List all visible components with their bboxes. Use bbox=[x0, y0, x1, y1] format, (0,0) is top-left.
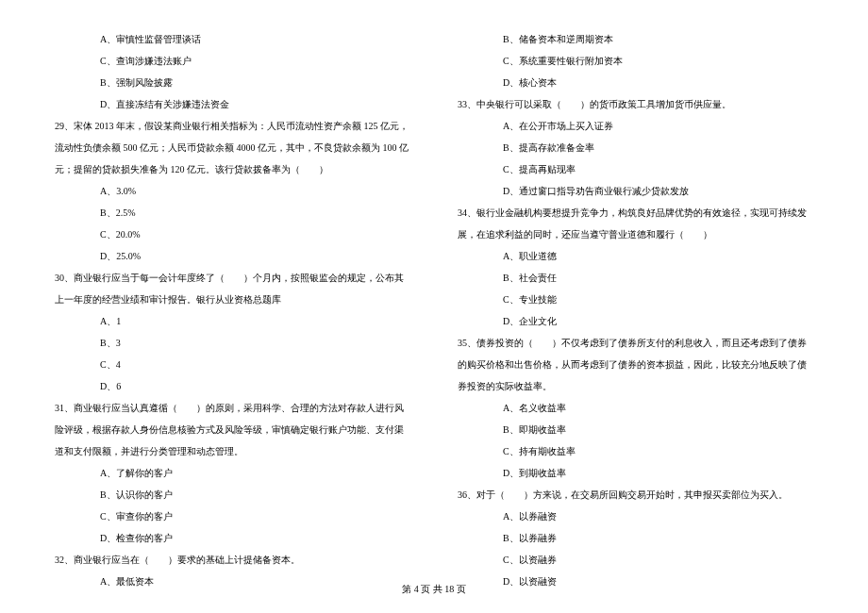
answer-option: C、4 bbox=[55, 354, 410, 375]
answer-option: D、企业文化 bbox=[458, 310, 813, 332]
answer-option: C、系统重要性银行附加资本 bbox=[458, 50, 813, 72]
answer-option: D、检查你的客户 bbox=[55, 527, 410, 549]
answer-option: D、6 bbox=[55, 375, 410, 397]
answer-option: A、名义收益率 bbox=[458, 397, 813, 419]
answer-option: C、专业技能 bbox=[458, 289, 813, 310]
answer-option: A、以券融资 bbox=[458, 505, 813, 527]
answer-option: C、提高再贴现率 bbox=[458, 158, 813, 180]
right-column: B、储备资本和逆周期资本C、系统重要性银行附加资本D、核心资本33、中央银行可以… bbox=[458, 28, 813, 566]
answer-option: B、3 bbox=[55, 332, 410, 354]
answer-option: D、直接冻结有关涉嫌违法资金 bbox=[55, 93, 410, 115]
answer-option: D、核心资本 bbox=[458, 72, 813, 93]
answer-option: B、强制风险披露 bbox=[55, 72, 410, 93]
question-text: 34、银行业金融机构要想提升竞争力，构筑良好品牌优势的有效途径，实现可持续发展，… bbox=[458, 202, 813, 245]
question-text: 30、商业银行应当于每一会计年度终了（ ）个月内，按照银监会的规定，公布其上一年… bbox=[55, 267, 410, 310]
answer-option: C、持有期收益率 bbox=[458, 440, 813, 462]
answer-option: B、认识你的客户 bbox=[55, 484, 410, 505]
answer-option: B、即期收益率 bbox=[458, 419, 813, 440]
question-text: 32、商业银行应当在（ ）要求的基础上计提储备资本。 bbox=[55, 549, 410, 571]
question-text: 33、中央银行可以采取（ ）的货币政策工具增加货币供应量。 bbox=[458, 93, 813, 115]
question-text: 36、对于（ ）方来说，在交易所回购交易开始时，其申报买卖部位为买入。 bbox=[458, 484, 813, 505]
answer-option: B、社会责任 bbox=[458, 267, 813, 289]
answer-option: C、20.0% bbox=[55, 224, 410, 245]
answer-option: D、25.0% bbox=[55, 245, 410, 267]
answer-option: D、到期收益率 bbox=[458, 462, 813, 484]
answer-option: C、审查你的客户 bbox=[55, 505, 410, 527]
answer-option: C、查询涉嫌违法账户 bbox=[55, 50, 410, 72]
answer-option: B、储备资本和逆周期资本 bbox=[458, 28, 813, 50]
answer-option: A、在公开市场上买入证券 bbox=[458, 115, 813, 137]
answer-option: A、审慎性监督管理谈话 bbox=[55, 28, 410, 50]
page-footer: 第 4 页 共 18 页 bbox=[0, 583, 868, 596]
answer-option: C、以资融券 bbox=[458, 549, 813, 571]
answer-option: B、提高存款准备金率 bbox=[458, 137, 813, 158]
answer-option: B、2.5% bbox=[55, 202, 410, 224]
answer-option: A、3.0% bbox=[55, 180, 410, 202]
question-text: 35、债券投资的（ ）不仅考虑到了债券所支付的利息收入，而且还考虑到了债券的购买… bbox=[458, 332, 813, 397]
answer-option: D、通过窗口指导劝告商业银行减少贷款发放 bbox=[458, 180, 813, 202]
answer-option: A、职业道德 bbox=[458, 245, 813, 267]
question-text: 29、宋体 2013 年末，假设某商业银行相关指标为：人民币流动性资产余额 12… bbox=[55, 115, 410, 180]
answer-option: B、以券融券 bbox=[458, 527, 813, 549]
two-column-layout: A、审慎性监督管理谈话C、查询涉嫌违法账户B、强制风险披露D、直接冻结有关涉嫌违… bbox=[55, 28, 813, 566]
question-text: 31、商业银行应当认真遵循（ ）的原则，采用科学、合理的方法对存款人进行风险评级… bbox=[55, 397, 410, 462]
answer-option: A、1 bbox=[55, 310, 410, 332]
answer-option: A、了解你的客户 bbox=[55, 462, 410, 484]
left-column: A、审慎性监督管理谈话C、查询涉嫌违法账户B、强制风险披露D、直接冻结有关涉嫌违… bbox=[55, 28, 410, 566]
